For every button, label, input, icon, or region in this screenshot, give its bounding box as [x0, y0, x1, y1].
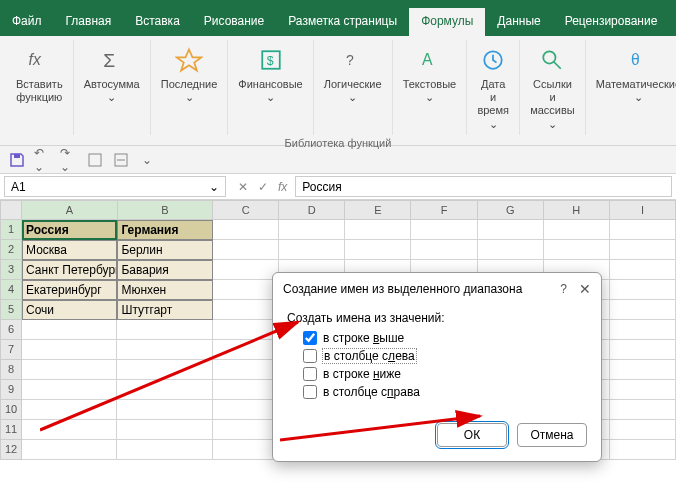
row-header[interactable]: 10 [0, 400, 22, 420]
cell[interactable] [22, 440, 117, 460]
tab-file[interactable]: Файл [0, 8, 54, 36]
datetime-button[interactable]: Дата и время ⌄ [473, 42, 513, 133]
row-header[interactable]: 11 [0, 420, 22, 440]
autosum-button[interactable]: ΣАвтосумма ⌄ [80, 42, 144, 106]
save-icon[interactable] [8, 151, 26, 169]
row-header[interactable]: 6 [0, 320, 22, 340]
cell[interactable] [213, 340, 279, 360]
row-header[interactable]: 8 [0, 360, 22, 380]
cell[interactable]: Мюнхен [117, 280, 212, 300]
col-header[interactable]: H [544, 200, 610, 220]
logical-button[interactable]: ?Логические ⌄ [320, 42, 386, 106]
cell[interactable] [610, 280, 676, 300]
undo-icon[interactable]: ↶ ⌄ [34, 151, 52, 169]
cell[interactable] [213, 440, 279, 460]
cell[interactable] [22, 320, 117, 340]
row-header[interactable]: 2 [0, 240, 22, 260]
cell[interactable] [610, 300, 676, 320]
cell[interactable] [610, 340, 676, 360]
recent-button[interactable]: Последние ⌄ [157, 42, 222, 106]
fx-icon[interactable]: fx [278, 180, 287, 194]
cell[interactable] [213, 240, 279, 260]
cell[interactable] [213, 300, 279, 320]
cell[interactable]: Сочи [22, 300, 117, 320]
cell[interactable] [345, 220, 411, 240]
row-header[interactable]: 1 [0, 220, 22, 240]
cell[interactable]: Берлин [117, 240, 212, 260]
cell[interactable] [117, 400, 212, 420]
cell[interactable]: Штутгарт [117, 300, 212, 320]
row-header[interactable]: 3 [0, 260, 22, 280]
chevron-down-icon[interactable]: ⌄ [209, 180, 219, 194]
cell[interactable] [345, 240, 411, 260]
cell[interactable] [610, 440, 676, 460]
bottom-row-checkbox[interactable] [303, 367, 317, 381]
cell[interactable] [478, 220, 544, 240]
lookup-button[interactable]: Ссылки и массивы ⌄ [526, 42, 579, 133]
tab-formulas[interactable]: Формулы [409, 8, 485, 36]
cell[interactable] [213, 420, 279, 440]
cell[interactable] [279, 220, 345, 240]
cell[interactable] [213, 280, 279, 300]
row-header[interactable]: 5 [0, 300, 22, 320]
cell[interactable] [22, 340, 117, 360]
cell[interactable] [22, 380, 117, 400]
cell[interactable] [117, 440, 212, 460]
cell[interactable] [213, 260, 279, 280]
cell[interactable] [22, 360, 117, 380]
cell[interactable] [213, 360, 279, 380]
cell[interactable] [213, 320, 279, 340]
cell[interactable] [411, 240, 477, 260]
cell[interactable] [610, 220, 676, 240]
col-header[interactable]: F [411, 200, 477, 220]
redo-icon[interactable]: ↷ ⌄ [60, 151, 78, 169]
math-button[interactable]: θМатематические ⌄ [592, 42, 676, 106]
cell[interactable] [22, 400, 117, 420]
row-header[interactable]: 4 [0, 280, 22, 300]
tab-insert[interactable]: Вставка [123, 8, 192, 36]
cell[interactable]: Санкт Петербург [22, 260, 117, 280]
cell[interactable] [213, 220, 279, 240]
qat-icon-1[interactable] [86, 151, 104, 169]
cancel-button[interactable]: Отмена [517, 423, 587, 447]
cell[interactable]: Германия [117, 220, 212, 240]
cell[interactable] [544, 220, 610, 240]
cell[interactable] [610, 360, 676, 380]
top-row-checkbox[interactable] [303, 331, 317, 345]
cell[interactable] [478, 240, 544, 260]
row-header[interactable]: 12 [0, 440, 22, 460]
tab-layout[interactable]: Разметка страницы [276, 8, 409, 36]
insert-function-button[interactable]: fxВставить функцию [12, 42, 67, 106]
cell[interactable] [610, 420, 676, 440]
cell[interactable] [117, 420, 212, 440]
tab-draw[interactable]: Рисование [192, 8, 276, 36]
name-box[interactable]: A1⌄ [4, 176, 226, 197]
cell[interactable] [411, 220, 477, 240]
qat-icon-2[interactable] [112, 151, 130, 169]
cell[interactable]: Екатеринбург [22, 280, 117, 300]
cell[interactable] [610, 380, 676, 400]
col-header[interactable]: D [279, 200, 345, 220]
cell[interactable] [544, 240, 610, 260]
col-header[interactable]: G [478, 200, 544, 220]
cell[interactable] [117, 340, 212, 360]
cancel-formula-icon[interactable]: ✕ [238, 180, 248, 194]
cell[interactable]: Москва [22, 240, 117, 260]
col-header[interactable]: B [118, 200, 213, 220]
cell[interactable] [610, 240, 676, 260]
cell[interactable] [610, 320, 676, 340]
qat-dropdown-icon[interactable]: ⌄ [138, 151, 156, 169]
select-all-corner[interactable] [0, 200, 22, 220]
cell[interactable] [213, 380, 279, 400]
cell[interactable] [117, 320, 212, 340]
cell[interactable] [117, 360, 212, 380]
row-header[interactable]: 7 [0, 340, 22, 360]
cell[interactable] [117, 380, 212, 400]
col-header[interactable]: A [22, 200, 117, 220]
col-header[interactable]: C [213, 200, 279, 220]
help-icon[interactable]: ? [560, 282, 567, 296]
cell[interactable]: Россия [22, 220, 117, 240]
tab-data[interactable]: Данные [485, 8, 552, 36]
cell[interactable] [610, 260, 676, 280]
formula-bar[interactable]: Россия [295, 176, 672, 197]
